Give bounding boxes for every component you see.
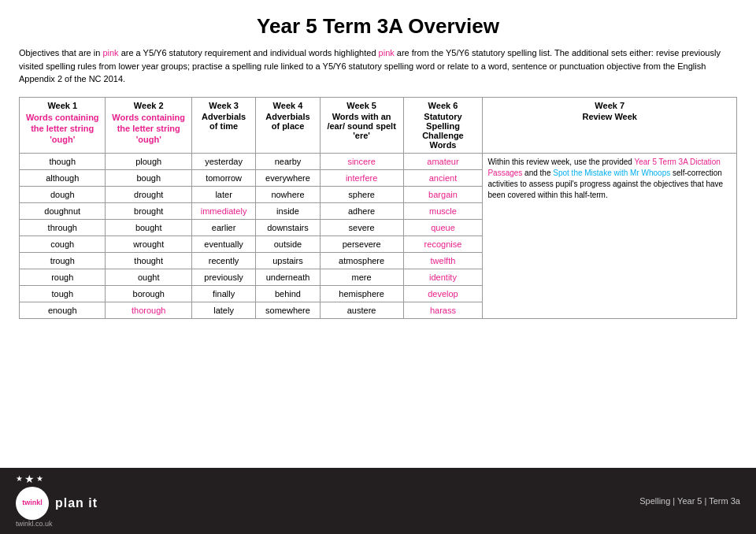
word-cell: austere	[320, 302, 403, 318]
footer-logo: ★ ★ ★ twinkl plan it twinkl.co.uk	[16, 474, 98, 528]
word-cell: bough	[106, 169, 191, 186]
word-cell: nearby	[256, 153, 320, 169]
footer-url: twinkl.co.uk	[16, 520, 53, 528]
word-cell: trough	[20, 252, 106, 269]
week2-header: Week 2 Words containing the letter strin…	[106, 97, 191, 153]
word-cell: bought	[106, 219, 191, 235]
word-cell: doughnut	[20, 202, 106, 219]
twinkl-logo-circle: twinkl	[16, 487, 49, 520]
word-cell: severe	[320, 219, 403, 235]
overview-table: Week 1 Words containing the letter strin…	[19, 97, 737, 319]
word-cell: plough	[106, 153, 191, 169]
word-cell: ought	[106, 269, 191, 285]
word-cell: muscle	[403, 202, 483, 219]
word-cell: everywhere	[256, 169, 320, 186]
word-cell: later	[191, 186, 255, 202]
week4-header: Week 4 Adverbials of place	[256, 97, 320, 153]
word-cell: through	[20, 219, 106, 235]
word-cell: amateur	[403, 153, 483, 169]
table-row: thoughploughyesterdaynearbysincereamateu…	[20, 153, 737, 169]
word-cell: wrought	[106, 235, 191, 252]
word-cell: thought	[106, 252, 191, 269]
word-cell: immediately	[191, 202, 255, 219]
word-cell: enough	[20, 302, 106, 318]
page-title: Year 5 Term 3A Overview	[19, 14, 737, 39]
word-cell: tough	[20, 285, 106, 302]
word-cell: mere	[320, 269, 403, 285]
footer-right-text: Spelling | Year 5 | Term 3a	[639, 496, 740, 506]
word-cell: behind	[256, 285, 320, 302]
word-cell: finally	[191, 285, 255, 302]
word-cell: identity	[403, 269, 483, 285]
word-cell: interfere	[320, 169, 403, 186]
word-cell: hemisphere	[320, 285, 403, 302]
objectives-text: Objectives that are in pink are a Y5/Y6 …	[19, 46, 737, 86]
word-cell: although	[20, 169, 106, 186]
word-cell: earlier	[191, 219, 255, 235]
word-cell: recognise	[403, 235, 483, 252]
word-cell: brought	[106, 202, 191, 219]
week1-header: Week 1 Words containing the letter strin…	[20, 97, 106, 153]
word-cell: queue	[403, 219, 483, 235]
word-cell: nowhere	[256, 186, 320, 202]
word-cell: cough	[20, 235, 106, 252]
week7-header: Week 7 Review Week	[483, 97, 737, 153]
word-cell: somewhere	[256, 302, 320, 318]
footer: ★ ★ ★ twinkl plan it twinkl.co.uk Spelli…	[0, 468, 756, 534]
week3-header: Week 3 Adverbials of time	[191, 97, 255, 153]
word-cell: outside	[256, 235, 320, 252]
word-cell: develop	[403, 285, 483, 302]
word-cell: lately	[191, 302, 255, 318]
word-cell: harass	[403, 302, 483, 318]
word-cell: previously	[191, 269, 255, 285]
week6-header: Week 6 Statutory Spelling Challenge Word…	[403, 97, 483, 153]
word-cell: sincere	[320, 153, 403, 169]
word-cell: bargain	[403, 186, 483, 202]
word-cell: atmosphere	[320, 252, 403, 269]
word-cell: though	[20, 153, 106, 169]
word-cell: dough	[20, 186, 106, 202]
word-cell: rough	[20, 269, 106, 285]
word-cell: tomorrow	[191, 169, 255, 186]
review-week-cell: Within this review week, use the provide…	[483, 153, 737, 318]
word-cell: ancient	[403, 169, 483, 186]
word-cell: downstairs	[256, 219, 320, 235]
word-cell: adhere	[320, 202, 403, 219]
planit-label: plan it	[55, 496, 98, 510]
word-cell: upstairs	[256, 252, 320, 269]
word-cell: eventually	[191, 235, 255, 252]
word-cell: persevere	[320, 235, 403, 252]
word-cell: underneath	[256, 269, 320, 285]
word-cell: sphere	[320, 186, 403, 202]
word-cell: recently	[191, 252, 255, 269]
week5-header: Week 5 Words with an /ear/ sound spelt '…	[320, 97, 403, 153]
word-cell: yesterday	[191, 153, 255, 169]
word-cell: inside	[256, 202, 320, 219]
word-cell: twelfth	[403, 252, 483, 269]
word-cell: borough	[106, 285, 191, 302]
word-cell: drought	[106, 186, 191, 202]
word-cell: thorough	[106, 302, 191, 318]
